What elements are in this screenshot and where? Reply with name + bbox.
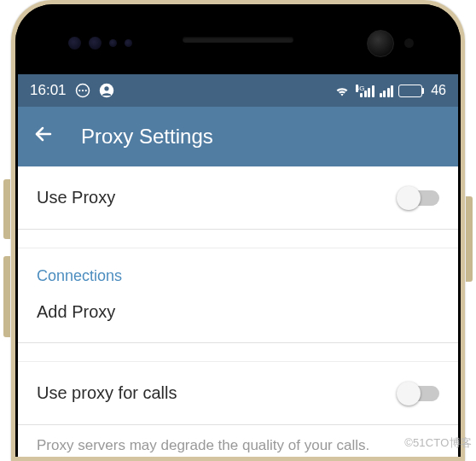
status-bar: 16:01 4G: [18, 74, 458, 107]
phone-body: 16:01 4G: [11, 0, 465, 461]
back-button[interactable]: [33, 124, 54, 150]
watermark: ©51CTO博客: [404, 435, 472, 451]
use-proxy-calls-toggle[interactable]: [398, 386, 439, 401]
use-proxy-calls-row[interactable]: Use proxy for calls: [18, 362, 458, 425]
wifi-icon: [334, 84, 351, 97]
account-icon: [99, 83, 114, 98]
proximity-sensor-icon: [404, 38, 414, 48]
sensor-icon: [68, 37, 81, 50]
toggle-knob-icon: [397, 186, 421, 210]
screen: 16:01 4G: [18, 74, 458, 457]
signal-icon: [380, 85, 394, 97]
add-proxy-row[interactable]: Add Proxy: [18, 290, 458, 343]
content: Use Proxy Connections Add Proxy Use prox…: [18, 166, 458, 457]
hint-text: Proxy servers may degrade the quality of…: [18, 425, 458, 457]
svg-point-2: [81, 90, 83, 91]
use-proxy-label: Use Proxy: [37, 188, 115, 207]
speaker-grille: [183, 37, 293, 43]
front-camera-icon: [367, 30, 394, 57]
phone-top-bezel: [15, 4, 461, 74]
phone-bezel: 16:01 4G: [15, 4, 461, 457]
use-proxy-row[interactable]: Use Proxy: [18, 166, 458, 230]
svg-point-1: [78, 90, 80, 91]
volume-up-button[interactable]: [3, 179, 10, 239]
status-left: 16:01: [30, 82, 114, 99]
signal-icon: 4G: [356, 85, 374, 97]
svg-point-3: [84, 90, 86, 91]
toggle-knob-icon: [397, 382, 421, 406]
arrow-left-icon: [33, 124, 54, 144]
section-divider: [18, 343, 458, 362]
use-proxy-toggle[interactable]: [398, 190, 439, 206]
notification-icon: [75, 83, 90, 98]
volume-down-button[interactable]: [3, 256, 10, 337]
battery-icon: [398, 85, 424, 97]
section-divider: [18, 230, 458, 248]
sensor-icon: [89, 37, 102, 50]
status-right: 4G 46: [334, 83, 446, 98]
svg-point-5: [104, 86, 108, 90]
sensor-icon: [125, 39, 132, 47]
sensor-cluster: [68, 37, 132, 50]
add-proxy-label: Add Proxy: [37, 302, 115, 321]
phone-frame: 16:01 4G: [0, 0, 476, 461]
sensor-icon: [109, 39, 117, 47]
status-time: 16:01: [30, 82, 67, 99]
power-button[interactable]: [466, 196, 473, 282]
app-bar: Proxy Settings: [18, 107, 458, 166]
page-title: Proxy Settings: [81, 125, 213, 149]
use-proxy-calls-label: Use proxy for calls: [37, 383, 177, 403]
connections-header: Connections: [18, 248, 458, 290]
battery-level: 46: [431, 83, 446, 98]
